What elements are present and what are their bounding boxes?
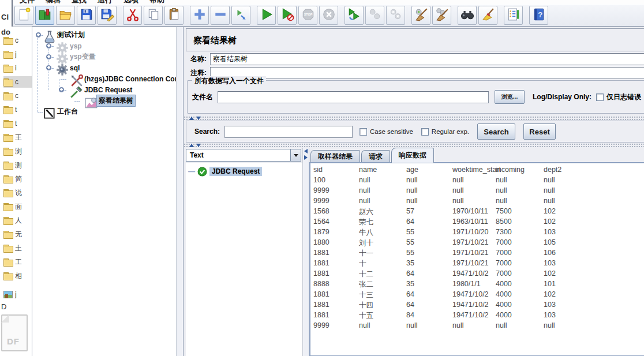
results-splitter[interactable] bbox=[302, 148, 309, 356]
copy-button[interactable] bbox=[144, 6, 163, 25]
background-folder-item[interactable]: 说 bbox=[3, 187, 22, 198]
case-sensitive-checkbox[interactable] bbox=[360, 128, 367, 136]
background-folder-item[interactable]: 测 bbox=[3, 159, 22, 171]
open-folder-button[interactable] bbox=[56, 6, 75, 25]
remote-shutdown-all-icon bbox=[389, 8, 403, 23]
search-button[interactable] bbox=[458, 6, 477, 25]
background-folder-item[interactable]: 王 bbox=[3, 132, 22, 143]
chevron-down-icon[interactable] bbox=[290, 149, 301, 161]
background-folder-item[interactable]: 土 bbox=[3, 242, 22, 254]
tree-item--[interactable]: 工作台 bbox=[43, 106, 80, 117]
background-folder-item[interactable]: c bbox=[3, 76, 32, 88]
tab-1[interactable]: 取样器结果 bbox=[310, 150, 360, 163]
stop-icon: STOP bbox=[301, 8, 315, 23]
tree-item--[interactable]: 察看结果树 bbox=[84, 95, 135, 106]
function-helper-button[interactable] bbox=[504, 6, 523, 25]
background-folder-item[interactable]: 相 bbox=[3, 270, 22, 282]
tab-2[interactable]: 请求 bbox=[361, 150, 390, 163]
result-tree-item[interactable]: — JDBC Request bbox=[188, 166, 262, 177]
background-folder-item[interactable]: i bbox=[3, 62, 17, 74]
add-button[interactable] bbox=[190, 6, 209, 25]
menu-item-3[interactable]: 查找 bbox=[72, 0, 87, 4]
pdf-file-icon[interactable]: DF bbox=[1, 314, 28, 351]
filename-input[interactable] bbox=[218, 91, 489, 103]
paste-button[interactable] bbox=[164, 6, 184, 25]
background-folder-item[interactable]: 人 bbox=[3, 215, 22, 226]
cell: 103 bbox=[544, 259, 596, 269]
background-folder-item[interactable]: c bbox=[3, 90, 18, 102]
tree-item--[interactable]: 测试计划 bbox=[43, 29, 87, 40]
reset-button[interactable]: Reset bbox=[523, 123, 556, 140]
start-button[interactable] bbox=[257, 6, 276, 25]
help-button[interactable]: ? bbox=[529, 6, 548, 25]
background-folder-item[interactable]: 简 bbox=[3, 173, 22, 185]
cell: 55 bbox=[406, 228, 452, 238]
collapse-up-icon[interactable] bbox=[189, 117, 194, 120]
horizontal-splitter[interactable] bbox=[184, 116, 644, 121]
collapse-down-icon[interactable] bbox=[196, 144, 201, 147]
tree-item-ysp-[interactable]: ysp变量 bbox=[55, 51, 98, 62]
background-folder-item[interactable]: 面 bbox=[3, 201, 22, 212]
background-folder-item[interactable]: 浏 bbox=[3, 145, 22, 157]
tree-expand-handle[interactable] bbox=[46, 65, 51, 70]
remote-start-all-button[interactable] bbox=[345, 6, 364, 25]
menu-item-6[interactable]: 帮助 bbox=[149, 0, 164, 4]
remote-stop-all-button bbox=[365, 6, 384, 25]
response-table: sidnameagewoektime_startincomingdept2100… bbox=[313, 166, 644, 332]
collapse-right-icon[interactable] bbox=[304, 155, 308, 160]
errors-only-checkbox[interactable] bbox=[596, 93, 604, 101]
templates-button[interactable] bbox=[35, 6, 54, 25]
background-folder-item[interactable]: c bbox=[3, 35, 18, 46]
toggle-button[interactable] bbox=[231, 6, 250, 25]
clear-all-icon bbox=[435, 8, 449, 23]
search-reset-button[interactable] bbox=[478, 6, 497, 25]
tree-expand-handle[interactable] bbox=[59, 87, 64, 92]
tree-connector-stub bbox=[74, 101, 80, 102]
new-file-button[interactable] bbox=[14, 6, 33, 25]
background-folder-item[interactable]: 无 bbox=[3, 228, 22, 240]
browse-button[interactable]: 浏览... bbox=[495, 90, 525, 104]
comment-input[interactable] bbox=[210, 67, 644, 79]
tab-3[interactable]: 响应数据 bbox=[391, 148, 434, 163]
background-image-item[interactable]: j bbox=[3, 288, 17, 300]
background-folder-item[interactable]: 工 bbox=[3, 256, 22, 268]
svg-text:STOP: STOP bbox=[304, 13, 312, 16]
menu-item-5[interactable]: 选项 bbox=[123, 0, 138, 4]
tree-item-jdbc-request[interactable]: JDBC Request bbox=[70, 84, 134, 95]
tree-item-ysp[interactable]: ysp bbox=[55, 40, 84, 51]
cut-button[interactable] bbox=[123, 6, 142, 25]
tree-expand-handle[interactable] bbox=[46, 54, 51, 59]
main-splitter[interactable] bbox=[176, 27, 184, 356]
tree-expand-handle[interactable] bbox=[46, 43, 51, 48]
thread-group-disabled-icon bbox=[55, 41, 65, 51]
clear-button[interactable] bbox=[411, 6, 430, 25]
view-mode-combobox[interactable]: Text bbox=[186, 149, 301, 162]
menu-item-4[interactable]: 运行 bbox=[98, 0, 113, 4]
tree-expand-handle[interactable] bbox=[36, 32, 41, 38]
name-input[interactable] bbox=[210, 53, 644, 65]
search-button[interactable]: Search bbox=[477, 123, 515, 140]
start-no-timers-button[interactable] bbox=[278, 6, 297, 25]
table-row: 8888张二351980/1/14000101 bbox=[313, 280, 644, 290]
background-folder-item[interactable]: t bbox=[3, 104, 17, 115]
tree-item--hzgs-jdbc-connection-configuratio[interactable]: (hzgs)JDBC Connection Configuratio bbox=[70, 73, 176, 84]
response-data-content[interactable]: sidnameagewoektime_startincomingdept2100… bbox=[309, 162, 644, 356]
collapse-down-icon[interactable] bbox=[196, 117, 201, 120]
background-folder-item[interactable]: j bbox=[3, 48, 17, 60]
regular-exp-checkbox[interactable] bbox=[421, 128, 429, 136]
shutdown-icon bbox=[322, 8, 336, 23]
clear-all-button[interactable] bbox=[432, 6, 451, 25]
tree-item-sql[interactable]: sql bbox=[55, 62, 81, 73]
menu-item-1[interactable]: 文件 bbox=[20, 0, 35, 4]
save-as-button[interactable] bbox=[98, 6, 117, 25]
cell: 57 bbox=[406, 207, 452, 218]
collapse-up-icon[interactable] bbox=[189, 144, 194, 147]
menu-item-2[interactable]: 编辑 bbox=[46, 0, 61, 4]
save-button[interactable] bbox=[77, 6, 96, 25]
collapse-left-icon[interactable] bbox=[304, 149, 308, 153]
subtract-button[interactable] bbox=[211, 6, 230, 25]
search-input[interactable] bbox=[224, 126, 353, 138]
horizontal-splitter[interactable] bbox=[184, 143, 644, 148]
cell: null bbox=[452, 176, 496, 186]
background-folder-item[interactable]: t bbox=[3, 118, 17, 129]
